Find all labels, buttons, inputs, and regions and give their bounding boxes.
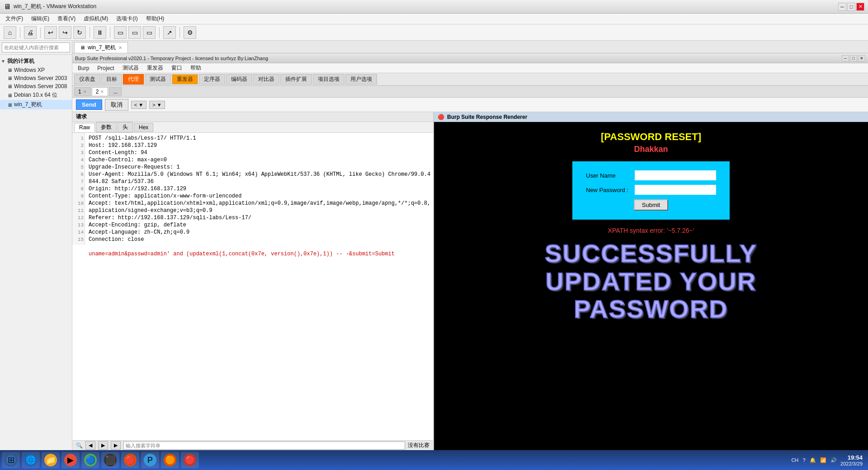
repeater-tab-more[interactable]: ... xyxy=(109,87,122,96)
menu-tabs[interactable]: 选项卡(I) xyxy=(113,14,141,24)
tool-proxy[interactable]: 代理 xyxy=(123,74,144,85)
search-next-btn[interactable]: ▶ xyxy=(98,441,108,450)
burp-menu-window[interactable]: 窗口 xyxy=(168,63,186,73)
burp-minimize-btn[interactable]: ─ xyxy=(842,55,849,61)
req-tab-params[interactable]: 参数 xyxy=(96,122,117,132)
toolbar-screen1-btn[interactable]: ▭ xyxy=(114,26,127,39)
taskbar-explorer-btn[interactable]: 📁 xyxy=(42,452,60,468)
sidebar-item-win7[interactable]: 🖥 win_7_靶机 xyxy=(0,100,72,109)
search-input[interactable] xyxy=(123,442,405,450)
tool-repeater[interactable]: 重发器 xyxy=(172,74,198,85)
tool-sequencer[interactable]: 定序器 xyxy=(199,74,225,85)
repeater-tab-more-label: ... xyxy=(113,89,118,95)
repeater-tab-2-label: 2 xyxy=(96,89,99,95)
burp-menu-repeater[interactable]: 重发器 xyxy=(143,63,167,73)
toolbar-refresh-btn[interactable]: ↻ xyxy=(73,26,86,39)
vm-tab-close[interactable]: ✕ xyxy=(118,45,122,50)
toolbar-home-btn[interactable]: ⌂ xyxy=(4,26,16,39)
repeater-tab-1-label: 1 xyxy=(78,89,81,95)
search-options-btn[interactable]: ▶ xyxy=(111,441,121,450)
password-input[interactable] xyxy=(635,185,716,195)
toolbar-back-btn[interactable]: ↩ xyxy=(44,26,57,39)
repeater-tab-1-close[interactable]: ✕ xyxy=(83,89,87,94)
taskbar-right: CH ? 🔔 📶 🔊 19:54 2022/3/29 xyxy=(791,454,866,466)
menu-edit[interactable]: 编辑(E) xyxy=(28,14,53,24)
toolbar-send-btn[interactable]: ↗ xyxy=(163,26,176,39)
req-tab-headers[interactable]: 头 xyxy=(118,122,133,132)
req-tab-hex[interactable]: Hex xyxy=(134,123,153,132)
toolbar-print-btn[interactable]: 🖨 xyxy=(24,26,37,39)
repeater-tab-2-close[interactable]: ✕ xyxy=(100,89,104,94)
repeater-tab-2[interactable]: 2 ✕ xyxy=(92,87,108,96)
request-tabs: Raw 参数 头 Hex xyxy=(72,122,433,133)
menu-view[interactable]: 查看(V) xyxy=(54,14,79,24)
taskbar-burp2-btn[interactable]: 🟠 xyxy=(161,452,179,468)
chrome-icon: 🔵 xyxy=(84,454,97,466)
start-button[interactable]: ⊞ xyxy=(2,452,20,468)
toolbar-sep-3 xyxy=(90,27,90,38)
titlebar-controls: ─ □ ✕ xyxy=(838,3,864,11)
tree-expand-icon: ▼ xyxy=(1,59,5,64)
burp-menu-help[interactable]: 帮助 xyxy=(187,63,205,73)
toolbar-screen2-btn[interactable]: ▭ xyxy=(128,26,141,39)
content-area: 🖥 win_7_靶机 ✕ Burp Suite Professional v20… xyxy=(72,41,868,460)
burp-menu-project[interactable]: Project xyxy=(94,64,118,72)
clock-area: 19:54 2022/3/29 xyxy=(840,454,863,466)
minimize-button[interactable]: ─ xyxy=(838,3,846,11)
nav-next-button[interactable]: > ▼ xyxy=(149,101,165,109)
taskbar-burp1-btn[interactable]: 🔴 xyxy=(121,452,139,468)
taskbar-chrome-btn[interactable]: 🔵 xyxy=(81,452,99,468)
taskbar-media-btn[interactable]: ▶ xyxy=(61,452,80,468)
tool-user-options[interactable]: 用户选项 xyxy=(345,74,377,85)
taskbar-proxyman-btn[interactable]: P xyxy=(141,452,159,468)
toolbar-sep-5 xyxy=(159,27,160,38)
cancel-button[interactable]: 取消 xyxy=(105,99,128,111)
toolbar-screen3-btn[interactable]: ▭ xyxy=(143,26,156,39)
sidebar-item-win2003[interactable]: 🖥 Windows Server 2003 xyxy=(0,74,72,82)
tool-target[interactable]: 目标 xyxy=(101,74,122,85)
burp-menu-burp[interactable]: Burp xyxy=(74,64,93,72)
close-button[interactable]: ✕ xyxy=(856,3,864,11)
burp-icon-2: 🟠 xyxy=(164,454,176,466)
send-button[interactable]: Send xyxy=(76,99,102,110)
burp-title: Burp Suite Professional v2020.1 - Tempor… xyxy=(75,56,268,61)
renderer-page-title: [PASSWORD RESET] xyxy=(601,131,701,143)
burp-menu-tester[interactable]: 测试器 xyxy=(119,63,142,73)
tool-extender[interactable]: 插件扩展 xyxy=(280,74,312,85)
burp-maximize-btn[interactable]: □ xyxy=(850,55,857,61)
vm-tab-win7[interactable]: 🖥 win_7_靶机 ✕ xyxy=(74,42,128,53)
maximize-button[interactable]: □ xyxy=(847,3,855,11)
toolbar-sep-2 xyxy=(40,27,41,38)
repeater-tab-1[interactable]: 1 ✕ xyxy=(74,87,91,96)
toolbar-settings-btn[interactable]: ⚙ xyxy=(184,26,196,39)
sql-injection-line: uname=admin&passwd=admin' and (updatexml… xyxy=(89,251,395,257)
tool-intruder[interactable]: 测试器 xyxy=(145,74,171,85)
menu-file[interactable]: 文件(F) xyxy=(2,14,27,24)
burp-close-btn[interactable]: ✕ xyxy=(858,55,865,61)
search-prev-btn[interactable]: ◀ xyxy=(85,441,95,450)
toolbar-forward-btn[interactable]: ↪ xyxy=(59,26,71,39)
nav-prev-button[interactable]: < ▼ xyxy=(131,101,146,109)
taskbar-ie-btn[interactable]: 🌐 xyxy=(22,452,40,468)
request-content[interactable]: 12345 678910 1112131415 POST /sqli-labs/… xyxy=(72,133,433,440)
vmware-menubar: 文件(F) 编辑(E) 查看(V) 虚拟机(M) 选项卡(I) 帮助(H) xyxy=(0,14,868,24)
sidebar-item-mycomputer[interactable]: ▼ 我的计算机 xyxy=(0,56,72,66)
password-label: New Password : xyxy=(586,187,631,193)
sidebar-item-debian[interactable]: 🖥 Debian 10.x 64 位 xyxy=(0,90,72,100)
sidebar-item-winxp[interactable]: 🖥 Windows XP xyxy=(0,66,72,74)
renderer-content: [PASSWORD RESET] Dhakkan User Name New P… xyxy=(434,122,868,460)
tool-dashboard[interactable]: 仪表盘 xyxy=(74,74,100,85)
tool-decoder[interactable]: 编码器 xyxy=(226,74,252,85)
submit-button[interactable]: Submit xyxy=(634,199,668,211)
menu-help[interactable]: 帮助(H) xyxy=(142,14,168,24)
toolbar-pause-btn[interactable]: ⏸ xyxy=(94,26,106,39)
taskbar-terminal-btn[interactable]: ⬛ xyxy=(101,452,119,468)
username-input[interactable] xyxy=(635,170,716,180)
req-tab-raw[interactable]: Raw xyxy=(74,123,95,132)
menu-vm[interactable]: 虚拟机(M) xyxy=(80,14,112,24)
sidebar-item-win2008[interactable]: 🖥 Windows Server 2008 xyxy=(0,82,72,90)
taskbar-flame-btn[interactable]: 🔴 xyxy=(181,452,199,468)
tool-project-options[interactable]: 项目选项 xyxy=(313,74,344,85)
tool-comparer[interactable]: 对比器 xyxy=(253,74,279,85)
sidebar-search-input[interactable] xyxy=(2,42,70,52)
